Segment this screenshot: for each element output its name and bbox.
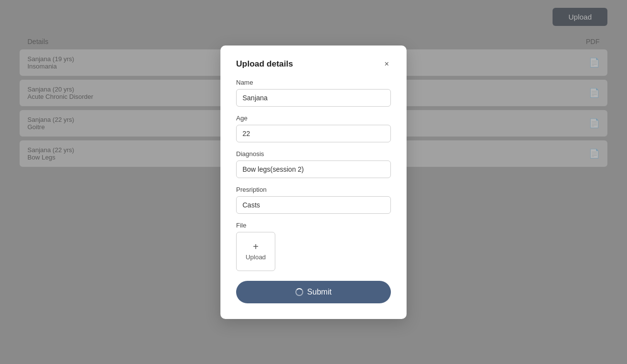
- modal-title: Upload details: [236, 59, 293, 69]
- diagnosis-label: Diagnosis: [236, 150, 391, 158]
- file-plus-icon: +: [253, 242, 259, 251]
- submit-button[interactable]: Submit: [236, 281, 391, 303]
- upload-details-modal: Upload details × Name Age Diagnosis Pres…: [220, 46, 407, 319]
- modal-overlay: Upload details × Name Age Diagnosis Pres…: [0, 0, 627, 364]
- name-label: Name: [236, 79, 391, 86]
- file-upload-box[interactable]: + Upload: [236, 232, 275, 271]
- prescription-input[interactable]: [236, 196, 391, 214]
- file-label: File: [236, 222, 391, 229]
- prescription-label: Presription: [236, 186, 391, 193]
- file-upload-text: Upload: [245, 253, 265, 261]
- age-label: Age: [236, 114, 391, 122]
- prescription-field-group: Presription: [236, 186, 391, 214]
- age-input[interactable]: [236, 125, 391, 142]
- submit-label: Submit: [307, 288, 332, 296]
- modal-close-button[interactable]: ×: [383, 59, 391, 69]
- name-field-group: Name: [236, 79, 391, 107]
- submit-spinner: [295, 288, 303, 296]
- modal-header: Upload details ×: [236, 59, 391, 69]
- name-input[interactable]: [236, 89, 391, 107]
- diagnosis-input[interactable]: [236, 160, 391, 178]
- file-field-group: File + Upload: [236, 222, 391, 271]
- age-field-group: Age: [236, 114, 391, 142]
- diagnosis-field-group: Diagnosis: [236, 150, 391, 178]
